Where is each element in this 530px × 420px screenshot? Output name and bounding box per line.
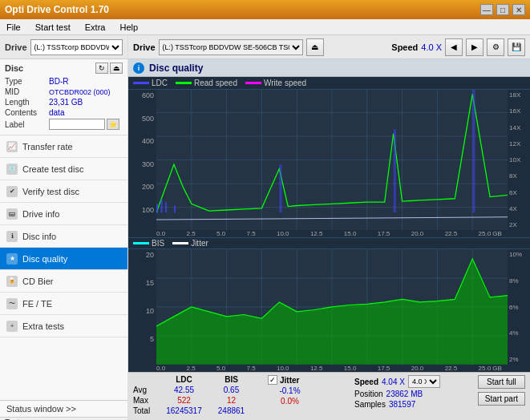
settings-button[interactable]: ⚙	[487, 38, 504, 56]
position-label: Position	[354, 390, 383, 398]
legend-write-speed-color	[245, 82, 261, 84]
sidebar-label-verify-test-disc: Verify test disc	[22, 187, 79, 196]
start-part-button[interactable]: Start part	[478, 392, 525, 406]
content-drive-toolbar: Drive (L:) TSSTcorp BDDVDW SE-506CB TS02…	[128, 35, 530, 59]
sidebar-label-disc-quality: Disc quality	[22, 254, 67, 264]
legend-read-speed: Read speed	[176, 79, 237, 87]
minimize-button[interactable]: —	[480, 4, 493, 15]
nav-list: 📈 Transfer rate 💿 Create test disc ✔ Ver…	[0, 135, 127, 337]
disc-quality-header: i Disc quality	[128, 59, 530, 77]
max-jitter-value: 0.0%	[268, 397, 312, 406]
avg-jitter-row: -0.1%	[268, 386, 348, 395]
speed-up-button[interactable]: ▶	[466, 38, 483, 56]
disc-length-value: 23,31 GB	[49, 98, 83, 107]
total-ldc-value: 16245317	[162, 406, 206, 415]
speed-position-stats: Speed 4.04 X 4.0 X Position 23862 MB Sam…	[354, 375, 459, 409]
legend-ldc-color	[133, 82, 149, 84]
menu-start-test[interactable]: Start test	[32, 22, 74, 33]
max-label: Max	[133, 396, 159, 405]
svg-rect-19	[279, 164, 281, 212]
menu-file[interactable]: File	[3, 22, 24, 33]
cd-bier-icon: 🍺	[6, 276, 18, 287]
disc-contents-value: data	[49, 108, 64, 117]
disc-label-button[interactable]: ⭐	[107, 119, 119, 130]
speed-select[interactable]: 4.0 X	[408, 375, 440, 388]
status-window-nav[interactable]: Status window >>	[0, 400, 127, 417]
content-drive-select[interactable]: (L:) TSSTcorp BDDVDW SE-506CB TS02	[159, 39, 303, 55]
menubar: File Start test Extra Help	[0, 19, 530, 35]
sidebar-item-cd-bier[interactable]: 🍺 CD Bier	[0, 270, 127, 293]
app-title: Opti Drive Control 1.70	[5, 4, 109, 15]
sidebar: Drive (L:) TSSTcorp BDDVDW SE-506CB TS02…	[0, 35, 128, 420]
drive-info-icon: 🖴	[6, 208, 18, 220]
disc-type-value: BD-R	[49, 77, 68, 86]
avg-row: Avg 42.55 0.65	[133, 386, 261, 394]
sidebar-label-disc-info: Disc info	[22, 232, 56, 241]
speed-header-label: Speed	[354, 378, 378, 386]
ldc-bis-stats: LDC BIS Avg 42.55 0.65 Max 522 12 Total …	[133, 375, 261, 415]
sidebar-item-disc-quality[interactable]: ★ Disc quality	[0, 248, 127, 270]
start-full-button[interactable]: Start full	[478, 375, 525, 389]
total-label: Total	[133, 406, 159, 415]
drive-select[interactable]: (L:) TSSTcorp BDDVDW SE-506CB TS02	[30, 39, 123, 55]
menu-help[interactable]: Help	[116, 22, 141, 33]
jitter-checkbox[interactable]: ✓	[268, 375, 277, 385]
save-button[interactable]: 💾	[508, 38, 525, 56]
sidebar-label-fe-te: FE / TE	[22, 299, 52, 309]
upper-chart-svg	[156, 90, 508, 230]
sidebar-label-transfer-rate: Transfer rate	[22, 142, 73, 151]
sidebar-item-create-test-disc[interactable]: 💿 Create test disc	[0, 158, 127, 180]
legend-read-speed-color	[176, 82, 192, 84]
legend-jitter-label: Jitter	[191, 239, 208, 248]
verify-test-disc-icon: ✔	[6, 186, 18, 197]
legend-write-speed-label: Write speed	[264, 79, 306, 87]
sidebar-item-fe-te[interactable]: 〜 FE / TE	[0, 293, 127, 315]
jitter-header-label: Jitter	[280, 376, 299, 385]
bis-col-header: BIS	[209, 375, 253, 384]
create-test-disc-icon: 💿	[6, 164, 18, 175]
maximize-button[interactable]: □	[496, 4, 509, 15]
disc-quality-title: Disc quality	[149, 63, 203, 74]
stats-bar: LDC BIS Avg 42.55 0.65 Max 522 12 Total …	[128, 372, 530, 420]
disc-type-row: Type BD-R	[5, 77, 123, 86]
disc-label-row: Label ⭐	[5, 119, 123, 130]
sidebar-item-drive-info[interactable]: 🖴 Drive info	[0, 203, 127, 225]
close-button[interactable]: ✕	[512, 4, 525, 15]
max-bis-value: 12	[209, 396, 253, 405]
disc-label-input[interactable]	[49, 119, 105, 130]
legend-ldc-label: LDC	[152, 79, 168, 87]
jitter-stats: ✓ Jitter -0.1% 0.0%	[268, 375, 348, 406]
extra-tests-icon: +	[6, 321, 18, 332]
samples-value: 381597	[389, 400, 415, 409]
sidebar-item-disc-info[interactable]: ℹ Disc info	[0, 225, 127, 248]
disc-contents-row: Contents data	[5, 108, 123, 117]
sidebar-label-create-test-disc: Create test disc	[22, 164, 83, 174]
content-drive-label: Drive	[133, 42, 156, 52]
disc-length-row: Length 23,31 GB	[5, 98, 123, 107]
svg-rect-21	[472, 90, 475, 212]
titlebar: Opti Drive Control 1.70 — □ ✕	[0, 0, 530, 19]
disc-panel: Disc ↻ ⏏ Type BD-R MID OTCBDR002 (000) L…	[0, 59, 127, 135]
sidebar-item-extra-tests[interactable]: + Extra tests	[0, 315, 127, 337]
disc-mid-row: MID OTCBDR002 (000)	[5, 87, 123, 96]
samples-row: Samples 381597	[354, 400, 459, 409]
position-value: 23862 MB	[386, 390, 423, 398]
ldc-col-header: LDC	[162, 375, 206, 384]
speed-header-row: Speed 4.04 X 4.0 X	[354, 375, 459, 388]
avg-ldc-value: 42.55	[162, 386, 206, 394]
charts-area: LDC Read speed Write speed 600 500 400 3…	[128, 77, 530, 372]
eject-button[interactable]: ⏏	[306, 38, 324, 56]
sidebar-label-drive-info: Drive info	[22, 209, 59, 219]
max-jitter-row: 0.0%	[268, 397, 348, 406]
avg-speed-value: 4.04 X	[382, 378, 405, 386]
legend-ldc: LDC	[133, 79, 168, 87]
disc-refresh-button[interactable]: ↻	[95, 63, 108, 74]
sidebar-label-extra-tests: Extra tests	[22, 321, 64, 331]
sidebar-item-transfer-rate[interactable]: 📈 Transfer rate	[0, 135, 127, 158]
lower-chart-svg	[156, 249, 508, 365]
window-controls: — □ ✕	[480, 4, 525, 15]
menu-extra[interactable]: Extra	[82, 22, 109, 33]
speed-down-button[interactable]: ◀	[445, 38, 463, 56]
disc-eject-button[interactable]: ⏏	[110, 63, 123, 74]
sidebar-item-verify-test-disc[interactable]: ✔ Verify test disc	[0, 180, 127, 203]
